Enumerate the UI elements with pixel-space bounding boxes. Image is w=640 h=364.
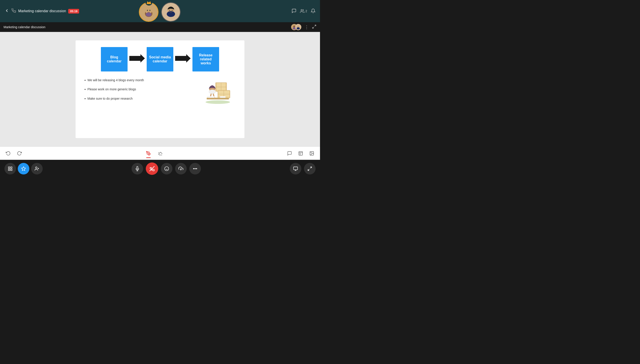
redo-button[interactable] xyxy=(16,150,23,157)
expand-button[interactable] xyxy=(312,24,316,30)
svg-rect-63 xyxy=(294,167,298,170)
bottom-center-controls xyxy=(132,162,201,175)
end-call-button[interactable] xyxy=(146,162,158,175)
flow-box-release: Release related works xyxy=(192,47,219,72)
phone-icon xyxy=(12,8,16,14)
svg-rect-42 xyxy=(299,151,303,155)
bottom-right-controls xyxy=(290,163,316,174)
frame-tool-button[interactable] xyxy=(297,150,304,157)
apps-button[interactable] xyxy=(18,163,29,174)
svg-point-12 xyxy=(169,10,170,11)
svg-rect-7 xyxy=(147,3,151,4)
comment-tool-button[interactable] xyxy=(286,150,293,157)
notifications-button[interactable] xyxy=(311,8,316,14)
svg-marker-24 xyxy=(175,54,191,62)
svg-point-40 xyxy=(205,100,230,104)
meeting-title-bar: Marketing calendar discussion ⋮ xyxy=(0,22,320,32)
content-bottom: We will be releasing 4 blogs every month… xyxy=(84,78,236,106)
more-options-button[interactable]: ⋮ xyxy=(304,24,310,30)
participant-avatar-face xyxy=(162,3,180,21)
svg-point-41 xyxy=(148,153,149,154)
svg-point-44 xyxy=(311,152,311,153)
meeting-title-right: ⋮ xyxy=(291,24,316,30)
svg-line-67 xyxy=(308,169,309,170)
svg-point-5 xyxy=(146,12,152,17)
screen-layout-button[interactable] xyxy=(290,163,301,174)
call-title: Marketing calendar discussion xyxy=(18,9,66,13)
svg-rect-38 xyxy=(208,96,215,98)
flow-arrow-1 xyxy=(129,53,145,66)
main-content: Blog calendar Social media calendar Rele… xyxy=(0,32,320,146)
person-illustration xyxy=(200,78,236,105)
svg-line-22 xyxy=(313,27,314,28)
bullet-item-3: Make sure to do proper research xyxy=(84,96,193,101)
small-avatar-2 xyxy=(295,24,301,30)
svg-rect-46 xyxy=(11,167,12,168)
svg-point-20 xyxy=(297,27,300,30)
flow-box-blog: Blog calendar xyxy=(101,47,128,72)
svg-rect-45 xyxy=(9,167,10,168)
svg-point-56 xyxy=(165,167,169,171)
svg-point-3 xyxy=(147,10,148,11)
svg-point-50 xyxy=(36,167,37,168)
call-timer: 05:19 xyxy=(68,9,79,14)
svg-rect-39 xyxy=(220,96,226,98)
svg-rect-48 xyxy=(11,169,12,170)
participants-count: 2 xyxy=(300,9,307,13)
top-bar: Marketing calendar discussion 05:19 xyxy=(0,0,320,22)
flow-diagram: Blog calendar Social media calendar Rele… xyxy=(84,47,236,72)
svg-marker-23 xyxy=(129,54,145,62)
avatar-ring-participant xyxy=(161,2,181,22)
share-screen-button[interactable] xyxy=(175,163,187,174)
add-participant-button[interactable] xyxy=(31,163,43,174)
svg-marker-49 xyxy=(22,167,26,170)
bullet-item-1: We will be releasing 4 blogs every month xyxy=(84,78,193,83)
svg-point-14 xyxy=(301,10,302,11)
draw-toolbar-right xyxy=(286,150,316,157)
draw-toolbar-center xyxy=(145,150,164,157)
flow-box-social: Social media calendar xyxy=(147,47,173,72)
emoji-button[interactable] xyxy=(161,163,172,174)
chat-button[interactable] xyxy=(292,8,296,14)
draw-toolbar-left xyxy=(5,150,23,157)
meeting-title: Marketing calendar discussion xyxy=(4,25,45,29)
bullet-list: We will be releasing 4 blogs every month… xyxy=(84,78,193,106)
bottom-action-bar xyxy=(0,160,320,178)
back-button[interactable] xyxy=(5,8,9,14)
undo-button[interactable] xyxy=(5,150,12,157)
grid-view-button[interactable] xyxy=(5,163,16,174)
flow-arrow-2 xyxy=(175,53,191,66)
slide-container: Blog calendar Social media calendar Rele… xyxy=(76,40,245,138)
host-avatar xyxy=(139,2,159,22)
svg-point-13 xyxy=(172,10,173,11)
bottom-left-controls xyxy=(5,163,43,174)
svg-point-11 xyxy=(167,11,175,17)
pen-tool-button[interactable] xyxy=(145,150,152,157)
bullet-item-2: Please work on more generic blogs xyxy=(84,87,193,92)
eraser-tool-button[interactable] xyxy=(157,150,164,157)
svg-point-60 xyxy=(193,168,194,169)
host-avatar-face xyxy=(140,3,158,21)
image-tool-button[interactable] xyxy=(308,150,316,157)
participants-avatars xyxy=(139,2,181,22)
more-actions-button[interactable] xyxy=(189,163,201,174)
mic-button[interactable] xyxy=(132,163,143,174)
top-bar-left: Marketing calendar discussion 05:19 xyxy=(5,8,79,14)
participant-avatar xyxy=(161,2,181,22)
svg-line-21 xyxy=(315,25,316,26)
svg-point-62 xyxy=(196,168,197,169)
crown-icon xyxy=(146,0,152,6)
drawing-toolbar xyxy=(0,146,320,160)
svg-point-8 xyxy=(148,2,149,3)
fullscreen-button[interactable] xyxy=(304,163,316,174)
svg-point-4 xyxy=(149,10,150,11)
participant-count-label: 2 xyxy=(305,9,307,13)
svg-point-61 xyxy=(195,168,195,169)
svg-line-66 xyxy=(310,167,312,168)
svg-rect-47 xyxy=(9,169,10,170)
top-bar-right: 2 xyxy=(292,8,316,14)
